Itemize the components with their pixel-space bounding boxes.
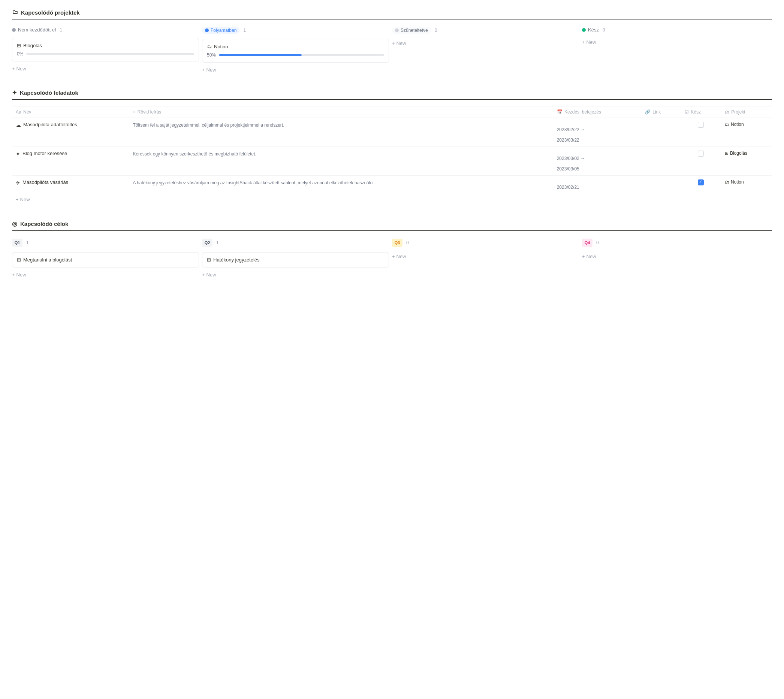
goal-card-blogolas[interactable]: ⊞ Megtanulni a blogolást (12, 252, 199, 267)
folder-icon-row1: 🗂 (725, 122, 729, 127)
add-new-q1[interactable]: + New (12, 270, 199, 279)
progress-row-notion: 50% (207, 53, 384, 58)
task-project-cell-3: 🗂 Notion (721, 176, 772, 194)
col-header-q3: Q3 0 (392, 237, 579, 248)
sparkle-icon-row2: ✦ (16, 151, 20, 157)
plus-icon-done: + (582, 39, 585, 45)
task-project-cell-1: 🗂 Notion (721, 118, 772, 147)
status-badge-paused: Szüneteltetve (392, 27, 431, 34)
task-desc-cell-2: Keressek egy könnyen szerkeszthető és me… (129, 147, 553, 176)
add-new-in-progress[interactable]: + New (202, 66, 389, 74)
th-dates: 📅 Kezdés, befejezés (553, 106, 641, 118)
checkbox-1[interactable] (698, 122, 704, 128)
col-count-q2: 1 (216, 240, 219, 245)
col-count-q1: 1 (26, 240, 29, 245)
tasks-table-header-row: Aa Név ≡ Rövid leírás 📅 Kezdés, befejezé… (12, 106, 772, 118)
task-name-2: ✦ Blog motor keresése (16, 151, 125, 157)
task-dates-cell-3: 2023/02/21 (553, 176, 641, 194)
projects-board: Nem kezdődött el 1 ⊞ Blogolás 0% + New (12, 25, 772, 74)
grid-icon-goal1: ⊞ (17, 257, 21, 263)
checkbox-2[interactable] (698, 151, 704, 157)
card-title-blogolas: ⊞ Blogolás (17, 43, 194, 48)
projects-header: 🗂 Kapcsolódó projektek (12, 9, 772, 20)
projects-section: 🗂 Kapcsolódó projektek Nem kezdődött el … (12, 9, 772, 74)
plus-icon-paused: + (392, 40, 395, 46)
goals-header: ◎ Kapcsolódó célok (12, 220, 772, 231)
project-card-notion[interactable]: 🗂 Notion 50% (202, 39, 389, 63)
project-tag-3: 🗂 Notion (725, 179, 768, 185)
col-header-q2: Q2 1 (202, 237, 389, 248)
add-new-not-started[interactable]: + New (12, 65, 199, 73)
project-tag-2: ⊞ Blogolás (725, 151, 768, 156)
column-done: Kész 0 + New (582, 25, 772, 74)
add-new-q2[interactable]: + New (202, 270, 389, 279)
task-link-cell-3 (641, 176, 681, 194)
add-new-done[interactable]: + New (582, 38, 769, 46)
aa-icon: Aa (16, 109, 22, 114)
folder-icon-row3: 🗂 (725, 179, 729, 185)
plus-icon-in-progress: + (202, 67, 205, 73)
add-new-q4[interactable]: + New (582, 252, 769, 261)
status-dot-not-started (12, 28, 16, 32)
task-name-cell-2: ✦ Blog motor keresése (12, 147, 129, 176)
table-row[interactable]: ✈ Másodpilóta vásárlás A hatékony jegyze… (12, 176, 772, 194)
status-dot-in-progress (205, 28, 209, 32)
task-name-cell-3: ✈ Másodpilóta vásárlás (12, 176, 129, 194)
folder-icon: 🗂 (12, 9, 18, 16)
plus-icon-q4: + (582, 253, 585, 259)
checkbox-icon: ☑ (685, 109, 689, 114)
status-dot-done (582, 28, 586, 32)
plus-icon-tasks: + (16, 197, 19, 202)
col-label-not-started: Nem kezdődött el (18, 27, 56, 33)
col-header-q1: Q1 1 (12, 237, 199, 248)
link-icon: 🔗 (645, 109, 651, 114)
table-row[interactable]: ✦ Blog motor keresése Keressek egy könny… (12, 147, 772, 176)
col-count-in-progress: 1 (243, 28, 246, 33)
progress-row-blogolas: 0% (17, 51, 194, 56)
goal-card-notemaking[interactable]: ⊞ Hatékony jegyzetelés (202, 252, 389, 267)
task-project-cell-2: ⊞ Blogolás (721, 147, 772, 176)
add-new-paused[interactable]: + New (392, 39, 579, 48)
q4-badge: Q4 (582, 239, 593, 247)
project-card-blogolas[interactable]: ⊞ Blogolás 0% (12, 38, 199, 61)
project-tag-1: 🗂 Notion (725, 122, 768, 127)
add-new-q3[interactable]: + New (392, 252, 579, 261)
task-desc-cell-1: Töltsem fel a saját jegyzeteimmel, célja… (129, 118, 553, 147)
column-q3: Q3 0 + New (392, 237, 582, 279)
task-done-cell-1[interactable] (681, 118, 721, 147)
grid-icon-row2: ⊞ (725, 151, 729, 156)
table-row[interactable]: ☁ Másodpilóta adatfeltöltés Töltsem fel … (12, 118, 772, 147)
col-count-paused: 0 (435, 28, 437, 33)
plus-icon-not-started: + (12, 66, 15, 71)
folder-col-icon: 🗂 (725, 109, 729, 114)
q3-badge: Q3 (392, 239, 402, 247)
q2-badge: Q2 (202, 239, 213, 247)
add-new-task[interactable]: + New (12, 194, 772, 205)
column-q2: Q2 1 ⊞ Hatékony jegyzetelés + New (202, 237, 392, 279)
task-link-cell-1 (641, 118, 681, 147)
progress-bar-fill-notion (219, 54, 301, 56)
task-done-cell-2[interactable] (681, 147, 721, 176)
column-paused: Szüneteltetve 0 + New (392, 25, 582, 74)
col-count-done: 0 (603, 27, 605, 33)
tasks-header: ✦ Kapcsolódó feladatok (12, 89, 772, 100)
checkbox-3[interactable] (698, 179, 704, 186)
progress-bar-bg-notion (219, 54, 384, 56)
goals-board: Q1 1 ⊞ Megtanulni a blogolást + New Q2 1 (12, 237, 772, 279)
task-dates-cell-1: 2023/02/22 → 2023/03/22 (553, 118, 641, 147)
th-description: ≡ Rövid leírás (129, 106, 553, 118)
goals-title: Kapcsolódó célok (20, 220, 68, 227)
col-count-q4: 0 (596, 240, 599, 245)
column-q4: Q4 0 + New (582, 237, 772, 279)
col-count-q3: 0 (406, 240, 409, 245)
cloud-icon: ☁ (16, 122, 21, 128)
column-not-started: Nem kezdődött el 1 ⊞ Blogolás 0% + New (12, 25, 202, 74)
status-badge-in-progress: Folyamatban (202, 27, 239, 34)
grid-icon-goal2: ⊞ (207, 257, 211, 263)
task-done-cell-3[interactable] (681, 176, 721, 194)
task-name-3: ✈ Másodpilóta vásárlás (16, 179, 125, 186)
task-link-cell-2 (641, 147, 681, 176)
goal-title-blogolas: ⊞ Megtanulni a blogolást (17, 257, 194, 263)
col-header-in-progress: Folyamatban 1 (202, 25, 389, 35)
col-header-done: Kész 0 (582, 25, 769, 34)
